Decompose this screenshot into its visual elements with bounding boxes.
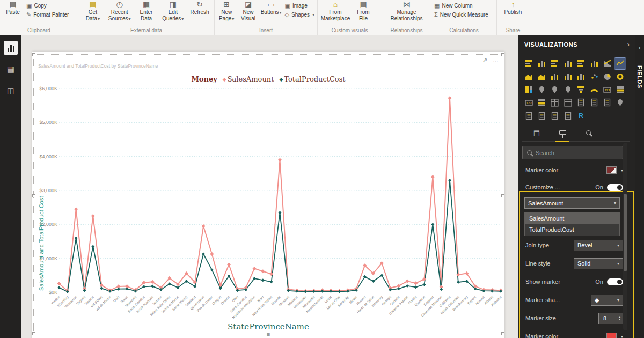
viz-type-custom-visual-icon[interactable] — [562, 110, 574, 121]
viz-type-line-stacked-column-chart-icon[interactable] — [562, 71, 574, 82]
viz-type-multi-row-card-icon[interactable] — [614, 84, 626, 95]
tab-fields[interactable]: ▤ — [530, 124, 544, 142]
chevron-down-icon[interactable]: ▾ — [621, 334, 623, 338]
refresh-icon: ↻ — [196, 1, 203, 9]
buttons-button[interactable]: ▭Buttons▾ — [261, 1, 282, 16]
viz-type-key-influencers-icon[interactable] — [575, 97, 587, 108]
viz-type-shape-map-icon[interactable] — [562, 84, 574, 95]
viz-type-matrix-icon[interactable] — [562, 97, 574, 108]
viz-type-area-chart-icon[interactable] — [523, 71, 535, 82]
get-data-button[interactable]: ▤Get Data▾ — [81, 1, 105, 22]
refresh-button[interactable]: ↻Refresh — [188, 1, 211, 16]
viz-type-100-stacked-bar-chart-icon[interactable] — [575, 58, 587, 69]
viz-type-clustered-bar-chart-icon[interactable] — [549, 58, 560, 69]
tab-analytics[interactable] — [581, 124, 595, 142]
focus-mode-icon[interactable]: ↗ — [482, 57, 487, 64]
search-placeholder: Search — [536, 150, 554, 156]
marker-shape-dropdown[interactable]: ◆ ▾ — [591, 295, 623, 306]
report-page[interactable]: ≡ ≡ ↗ … SalesAmount and TotalProductCost… — [32, 52, 504, 338]
viz-type-stacked-column-chart-icon[interactable] — [536, 58, 547, 69]
enter-data-button[interactable]: ▦Enter Data — [135, 1, 158, 21]
viz-type-map-icon[interactable] — [536, 84, 547, 95]
viz-type-stacked-area-chart-icon[interactable] — [536, 71, 547, 82]
recent-sources-button[interactable]: ◷Recent Sources▾ — [108, 1, 131, 22]
viz-type-filled-map-icon[interactable] — [549, 84, 560, 95]
viz-type-line-clustered-column-chart-icon[interactable] — [549, 71, 560, 82]
series-dropdown[interactable]: SalesAmount ▾ — [524, 197, 620, 209]
viz-type-slicer-icon[interactable] — [536, 97, 547, 108]
paste-button[interactable]: ▤ Paste — [3, 1, 23, 16]
tab-format[interactable] — [555, 124, 569, 142]
marker-color2-swatch[interactable] — [606, 333, 617, 338]
drag-grip-bottom-icon[interactable]: ≡ — [265, 332, 272, 337]
step-down-icon[interactable]: ▾ — [619, 318, 620, 321]
expand-fields-icon[interactable]: ‹ — [635, 44, 644, 52]
pane-scrollbar-thumb[interactable] — [624, 194, 627, 271]
resize-handle-bottom-left[interactable] — [32, 332, 35, 335]
viz-type-gauge-icon[interactable] — [589, 84, 600, 95]
chevron-down-icon: ▾ — [280, 10, 282, 15]
viz-type-card-icon[interactable]: 123 — [602, 84, 613, 95]
marker-size-stepper[interactable]: 8 ▴ ▾ — [598, 313, 623, 324]
viz-type-stacked-bar-chart-icon[interactable] — [523, 58, 535, 69]
publish-button[interactable]: ↑Publish — [501, 1, 525, 16]
resize-handle-right[interactable] — [501, 194, 504, 197]
new-page-button[interactable]: ⊞New Page▾ — [217, 1, 236, 22]
drag-grip-top-icon[interactable]: ≡ — [265, 52, 272, 56]
line-chart-plot[interactable]: $0K$1,000K$2,000K$3,000K$4,000K$5,000K$6… — [34, 55, 504, 335]
sidebar-item-data-view[interactable]: ▦ — [4, 62, 18, 76]
from-file-button[interactable]: ▤From File — [354, 1, 373, 21]
viz-type-r-script-visual-icon[interactable]: R — [575, 110, 587, 121]
viz-type-scatter-chart-icon[interactable] — [589, 71, 600, 82]
viz-type-arcgis-map-icon[interactable] — [614, 97, 626, 108]
list-item-totalproductcost[interactable]: TotalProductCost — [525, 224, 619, 236]
chevron-down-icon: ▾ — [181, 17, 184, 21]
sidebar-item-model-view[interactable]: ◫ — [4, 84, 18, 98]
resize-handle-bottom-right[interactable] — [501, 332, 504, 335]
viz-type-kpi-icon[interactable]: 123 — [523, 97, 535, 108]
list-item-salesamount[interactable]: SalesAmount — [525, 213, 619, 224]
edit-queries-button[interactable]: ◨Edit Queries▾ — [161, 1, 185, 22]
paste-icon: ▤ — [9, 1, 16, 9]
new-quick-measure-button[interactable]: ΣNew Quick Measure — [434, 11, 488, 18]
viz-type-donut-chart-icon[interactable] — [614, 71, 626, 82]
viz-type-table-icon[interactable] — [549, 97, 560, 108]
viz-type-100-stacked-column-chart-icon[interactable] — [589, 58, 600, 69]
format-painter-button[interactable]: ✎Format Painter — [26, 11, 69, 18]
line-chart-visual[interactable]: ≡ ≡ ↗ … SalesAmount and TotalProductCost… — [33, 54, 503, 334]
copy-button[interactable]: ▣Copy — [26, 2, 69, 9]
viz-type-waterfall-chart-icon[interactable] — [575, 71, 587, 82]
viz-type-decomposition-tree-icon[interactable] — [589, 97, 600, 108]
manage-relationships-button[interactable]: ⋈Manage Relationships — [387, 1, 426, 21]
more-options-icon[interactable]: … — [493, 57, 499, 64]
join-type-dropdown[interactable]: Bevel ▾ — [574, 240, 623, 251]
line-style-dropdown[interactable]: Solid ▾ — [574, 258, 623, 269]
pane-scrollbar[interactable] — [623, 143, 627, 330]
viz-type-line-chart-icon[interactable] — [614, 58, 626, 69]
resize-handle-top-left[interactable] — [32, 53, 35, 56]
viz-type-treemap-icon[interactable] — [523, 84, 535, 95]
viz-type-power-apps-icon[interactable] — [536, 110, 547, 121]
collapse-pane-icon[interactable]: › — [627, 40, 630, 48]
viz-type-funnel-icon[interactable] — [575, 84, 587, 95]
resize-handle-left[interactable] — [32, 194, 35, 197]
publish-icon: ↑ — [511, 1, 515, 9]
sidebar-item-report-view[interactable] — [4, 41, 18, 55]
viz-type-paginated-report-icon[interactable] — [523, 110, 535, 121]
image-button[interactable]: ▣Image — [285, 2, 314, 9]
viz-type-pie-chart-icon[interactable] — [602, 71, 613, 82]
fields-pane-collapsed[interactable]: ‹ FIELDS — [635, 35, 644, 338]
search-input[interactable]: Search — [522, 146, 623, 159]
viz-type-power-automate-icon[interactable] — [549, 110, 560, 121]
show-marker-toggle[interactable] — [607, 278, 623, 285]
new-column-button[interactable]: ▦New Column — [434, 2, 488, 9]
viz-type-clustered-column-chart-icon[interactable] — [562, 58, 574, 69]
marker-color-swatch[interactable] — [606, 166, 617, 174]
viz-type-ribbon-chart-icon[interactable] — [602, 58, 613, 69]
shapes-button[interactable]: ◇Shapes▾ — [285, 11, 314, 18]
from-marketplace-button[interactable]: ⌂From Marketplace — [320, 1, 350, 21]
new-visual-button[interactable]: ◪New Visual — [239, 1, 257, 21]
customize-series-toggle[interactable] — [607, 184, 623, 191]
viz-type-qa-visual-icon[interactable] — [602, 97, 613, 108]
resize-handle-top-right[interactable] — [501, 53, 504, 56]
